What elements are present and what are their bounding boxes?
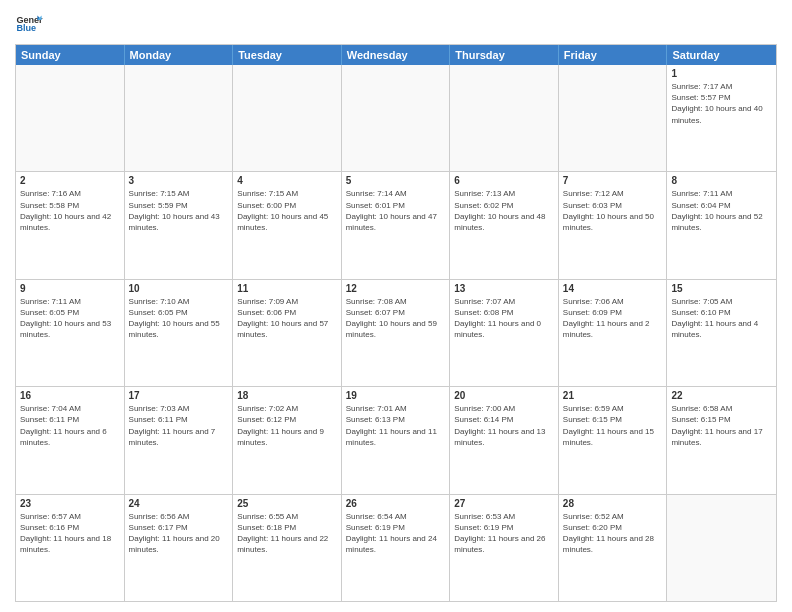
- day-number: 21: [563, 390, 663, 401]
- day-cell-empty-0-4: [450, 65, 559, 171]
- day-number: 14: [563, 283, 663, 294]
- day-info: Sunrise: 7:17 AM Sunset: 5:57 PM Dayligh…: [671, 81, 772, 126]
- day-cell-13: 13Sunrise: 7:07 AM Sunset: 6:08 PM Dayli…: [450, 280, 559, 386]
- day-cell-25: 25Sunrise: 6:55 AM Sunset: 6:18 PM Dayli…: [233, 495, 342, 601]
- day-number: 5: [346, 175, 446, 186]
- day-info: Sunrise: 7:07 AM Sunset: 6:08 PM Dayligh…: [454, 296, 554, 341]
- calendar-row-1: 2Sunrise: 7:16 AM Sunset: 5:58 PM Daylig…: [16, 172, 776, 279]
- day-number: 13: [454, 283, 554, 294]
- day-info: Sunrise: 7:08 AM Sunset: 6:07 PM Dayligh…: [346, 296, 446, 341]
- day-number: 1: [671, 68, 772, 79]
- weekday-header-friday: Friday: [559, 45, 668, 65]
- logo: General Blue: [15, 10, 45, 38]
- day-cell-empty-0-2: [233, 65, 342, 171]
- day-cell-7: 7Sunrise: 7:12 AM Sunset: 6:03 PM Daylig…: [559, 172, 668, 278]
- day-cell-8: 8Sunrise: 7:11 AM Sunset: 6:04 PM Daylig…: [667, 172, 776, 278]
- page: General Blue SundayMondayTuesdayWednesda…: [0, 0, 792, 612]
- day-info: Sunrise: 6:59 AM Sunset: 6:15 PM Dayligh…: [563, 403, 663, 448]
- calendar-row-2: 9Sunrise: 7:11 AM Sunset: 6:05 PM Daylig…: [16, 280, 776, 387]
- day-number: 3: [129, 175, 229, 186]
- day-cell-28: 28Sunrise: 6:52 AM Sunset: 6:20 PM Dayli…: [559, 495, 668, 601]
- day-number: 17: [129, 390, 229, 401]
- day-number: 6: [454, 175, 554, 186]
- day-cell-17: 17Sunrise: 7:03 AM Sunset: 6:11 PM Dayli…: [125, 387, 234, 493]
- day-cell-empty-0-3: [342, 65, 451, 171]
- day-info: Sunrise: 7:01 AM Sunset: 6:13 PM Dayligh…: [346, 403, 446, 448]
- day-info: Sunrise: 6:52 AM Sunset: 6:20 PM Dayligh…: [563, 511, 663, 556]
- day-info: Sunrise: 7:03 AM Sunset: 6:11 PM Dayligh…: [129, 403, 229, 448]
- day-cell-14: 14Sunrise: 7:06 AM Sunset: 6:09 PM Dayli…: [559, 280, 668, 386]
- calendar: SundayMondayTuesdayWednesdayThursdayFrid…: [15, 44, 777, 602]
- day-number: 9: [20, 283, 120, 294]
- day-cell-empty-0-0: [16, 65, 125, 171]
- header: General Blue: [15, 10, 777, 38]
- day-info: Sunrise: 7:00 AM Sunset: 6:14 PM Dayligh…: [454, 403, 554, 448]
- weekday-header-thursday: Thursday: [450, 45, 559, 65]
- day-info: Sunrise: 7:11 AM Sunset: 6:04 PM Dayligh…: [671, 188, 772, 233]
- day-cell-21: 21Sunrise: 6:59 AM Sunset: 6:15 PM Dayli…: [559, 387, 668, 493]
- day-info: Sunrise: 7:12 AM Sunset: 6:03 PM Dayligh…: [563, 188, 663, 233]
- day-number: 7: [563, 175, 663, 186]
- svg-text:Blue: Blue: [16, 23, 36, 33]
- day-cell-24: 24Sunrise: 6:56 AM Sunset: 6:17 PM Dayli…: [125, 495, 234, 601]
- day-cell-9: 9Sunrise: 7:11 AM Sunset: 6:05 PM Daylig…: [16, 280, 125, 386]
- weekday-header-wednesday: Wednesday: [342, 45, 451, 65]
- day-cell-19: 19Sunrise: 7:01 AM Sunset: 6:13 PM Dayli…: [342, 387, 451, 493]
- day-info: Sunrise: 7:09 AM Sunset: 6:06 PM Dayligh…: [237, 296, 337, 341]
- day-cell-27: 27Sunrise: 6:53 AM Sunset: 6:19 PM Dayli…: [450, 495, 559, 601]
- calendar-row-4: 23Sunrise: 6:57 AM Sunset: 6:16 PM Dayli…: [16, 495, 776, 601]
- day-cell-18: 18Sunrise: 7:02 AM Sunset: 6:12 PM Dayli…: [233, 387, 342, 493]
- day-number: 2: [20, 175, 120, 186]
- day-info: Sunrise: 6:57 AM Sunset: 6:16 PM Dayligh…: [20, 511, 120, 556]
- day-cell-empty-0-1: [125, 65, 234, 171]
- day-number: 10: [129, 283, 229, 294]
- calendar-body: 1Sunrise: 7:17 AM Sunset: 5:57 PM Daylig…: [16, 65, 776, 601]
- day-cell-20: 20Sunrise: 7:00 AM Sunset: 6:14 PM Dayli…: [450, 387, 559, 493]
- day-number: 18: [237, 390, 337, 401]
- day-number: 28: [563, 498, 663, 509]
- day-info: Sunrise: 7:06 AM Sunset: 6:09 PM Dayligh…: [563, 296, 663, 341]
- day-number: 4: [237, 175, 337, 186]
- day-cell-23: 23Sunrise: 6:57 AM Sunset: 6:16 PM Dayli…: [16, 495, 125, 601]
- day-cell-4: 4Sunrise: 7:15 AM Sunset: 6:00 PM Daylig…: [233, 172, 342, 278]
- day-info: Sunrise: 7:15 AM Sunset: 6:00 PM Dayligh…: [237, 188, 337, 233]
- day-info: Sunrise: 7:02 AM Sunset: 6:12 PM Dayligh…: [237, 403, 337, 448]
- day-info: Sunrise: 7:04 AM Sunset: 6:11 PM Dayligh…: [20, 403, 120, 448]
- day-number: 19: [346, 390, 446, 401]
- day-info: Sunrise: 7:13 AM Sunset: 6:02 PM Dayligh…: [454, 188, 554, 233]
- day-cell-22: 22Sunrise: 6:58 AM Sunset: 6:15 PM Dayli…: [667, 387, 776, 493]
- day-cell-5: 5Sunrise: 7:14 AM Sunset: 6:01 PM Daylig…: [342, 172, 451, 278]
- day-number: 27: [454, 498, 554, 509]
- day-info: Sunrise: 7:10 AM Sunset: 6:05 PM Dayligh…: [129, 296, 229, 341]
- day-info: Sunrise: 6:58 AM Sunset: 6:15 PM Dayligh…: [671, 403, 772, 448]
- calendar-row-3: 16Sunrise: 7:04 AM Sunset: 6:11 PM Dayli…: [16, 387, 776, 494]
- day-info: Sunrise: 7:11 AM Sunset: 6:05 PM Dayligh…: [20, 296, 120, 341]
- day-cell-15: 15Sunrise: 7:05 AM Sunset: 6:10 PM Dayli…: [667, 280, 776, 386]
- day-info: Sunrise: 7:16 AM Sunset: 5:58 PM Dayligh…: [20, 188, 120, 233]
- day-number: 24: [129, 498, 229, 509]
- day-info: Sunrise: 6:54 AM Sunset: 6:19 PM Dayligh…: [346, 511, 446, 556]
- day-cell-3: 3Sunrise: 7:15 AM Sunset: 5:59 PM Daylig…: [125, 172, 234, 278]
- logo-icon: General Blue: [15, 10, 43, 38]
- day-cell-10: 10Sunrise: 7:10 AM Sunset: 6:05 PM Dayli…: [125, 280, 234, 386]
- day-number: 11: [237, 283, 337, 294]
- day-number: 20: [454, 390, 554, 401]
- day-number: 8: [671, 175, 772, 186]
- day-cell-16: 16Sunrise: 7:04 AM Sunset: 6:11 PM Dayli…: [16, 387, 125, 493]
- weekday-header-saturday: Saturday: [667, 45, 776, 65]
- day-number: 22: [671, 390, 772, 401]
- day-number: 12: [346, 283, 446, 294]
- day-cell-1: 1Sunrise: 7:17 AM Sunset: 5:57 PM Daylig…: [667, 65, 776, 171]
- day-number: 23: [20, 498, 120, 509]
- weekday-header-tuesday: Tuesday: [233, 45, 342, 65]
- weekday-header-sunday: Sunday: [16, 45, 125, 65]
- calendar-row-0: 1Sunrise: 7:17 AM Sunset: 5:57 PM Daylig…: [16, 65, 776, 172]
- day-info: Sunrise: 7:15 AM Sunset: 5:59 PM Dayligh…: [129, 188, 229, 233]
- day-info: Sunrise: 6:53 AM Sunset: 6:19 PM Dayligh…: [454, 511, 554, 556]
- day-cell-empty-0-5: [559, 65, 668, 171]
- day-info: Sunrise: 7:05 AM Sunset: 6:10 PM Dayligh…: [671, 296, 772, 341]
- day-info: Sunrise: 7:14 AM Sunset: 6:01 PM Dayligh…: [346, 188, 446, 233]
- day-cell-11: 11Sunrise: 7:09 AM Sunset: 6:06 PM Dayli…: [233, 280, 342, 386]
- day-info: Sunrise: 6:55 AM Sunset: 6:18 PM Dayligh…: [237, 511, 337, 556]
- calendar-header: SundayMondayTuesdayWednesdayThursdayFrid…: [16, 45, 776, 65]
